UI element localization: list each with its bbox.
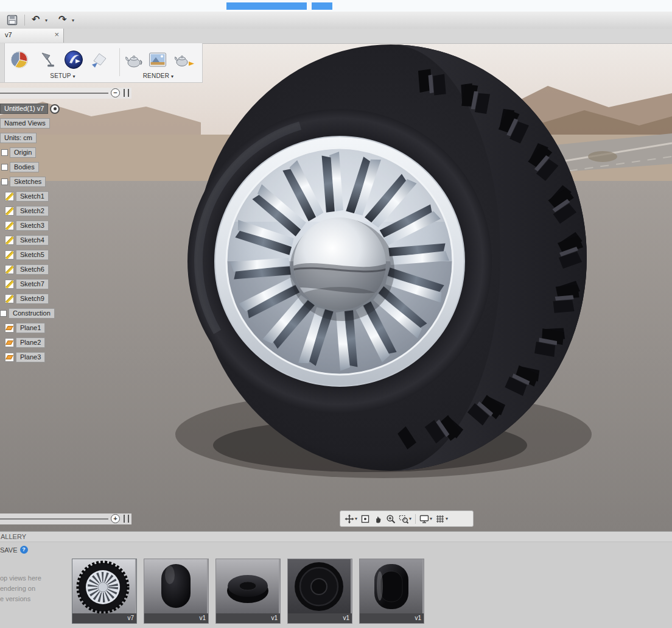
browser-row: Bodies: [0, 162, 97, 172]
look-at-button[interactable]: [359, 513, 371, 525]
slider-handle[interactable]: [124, 89, 129, 97]
browser-item-root[interactable]: Untitled(1) v7: [0, 104, 48, 114]
browser-row: Sketch1: [0, 191, 97, 202]
scene-settings-icon[interactable]: [38, 51, 56, 69]
zoom-window-caret[interactable]: ▾: [409, 517, 411, 521]
gallery-hint-text: op views here endering on e versions: [0, 573, 41, 604]
document-tab-bar: v7 ×: [0, 29, 672, 44]
browser-row: Units: cm: [0, 133, 97, 143]
in-canvas-render-icon[interactable]: [63, 49, 85, 71]
browser-row: Sketch3: [0, 221, 97, 231]
thumbnail-wheel-render: [72, 559, 135, 613]
pan-hand-icon: [373, 514, 383, 524]
timeline-opacity-slider[interactable]: +: [0, 513, 131, 524]
window-titlebar: [0, 0, 672, 12]
sketch-icon: [5, 236, 14, 245]
viewport-canvas[interactable]: [0, 43, 672, 531]
ribbon-edge: [0, 43, 5, 82]
help-icon[interactable]: ?: [20, 546, 28, 554]
browser-item-sketch4[interactable]: Sketch4: [16, 235, 49, 245]
document-tab-v7[interactable]: v7 ×: [0, 29, 64, 43]
visibility-checkbox[interactable]: [1, 164, 8, 171]
browser-row: Sketches: [0, 177, 97, 187]
browser-item-sketch2[interactable]: Sketch2: [16, 206, 49, 216]
undo-dropdown-caret[interactable]: ▾: [45, 18, 47, 23]
browser-row: Sketch5: [0, 250, 97, 260]
grid-settings-button[interactable]: ▾: [434, 513, 449, 525]
save-icon[interactable]: [7, 15, 18, 26]
browser-item-sketch6[interactable]: Sketch6: [16, 264, 49, 275]
browser-item-plane2[interactable]: Plane2: [16, 337, 45, 348]
visibility-checkbox[interactable]: [1, 149, 8, 156]
redo-button[interactable]: ↷: [58, 13, 66, 26]
quick-access-toolbar: ↶ ▾ ↷ ▾: [0, 12, 672, 29]
render-group-label[interactable]: RENDER ▾: [129, 72, 187, 79]
gallery-save-row: SAVE ?: [0, 546, 28, 554]
browser-item-sketch7[interactable]: Sketch7: [16, 279, 49, 289]
browser-opacity-slider[interactable]: −: [0, 88, 131, 99]
undo-button[interactable]: ↶: [32, 13, 40, 26]
setup-group-label[interactable]: SETUP ▾: [35, 72, 90, 79]
grid-settings-caret[interactable]: ▾: [446, 517, 448, 521]
tab-close-icon[interactable]: ×: [54, 30, 59, 39]
plane-icon: [5, 338, 14, 347]
slider-handle[interactable]: [124, 515, 129, 523]
grid-icon: [435, 514, 445, 524]
thumbnail-label-bar: v1: [288, 613, 352, 623]
zoom-icon: [386, 514, 396, 524]
pan-button[interactable]: [372, 513, 384, 525]
visibility-checkbox[interactable]: [1, 178, 8, 185]
display-settings-button[interactable]: ▾: [418, 513, 433, 525]
export-render-icon[interactable]: [174, 51, 195, 69]
browser-item-units[interactable]: Units: cm: [0, 133, 37, 143]
look-at-icon: [360, 514, 370, 524]
plus-circle-icon[interactable]: +: [111, 514, 120, 523]
browser-item-construction[interactable]: Construction: [9, 308, 55, 319]
zoom-window-button[interactable]: ▾: [397, 513, 413, 525]
browser-item-sketch1[interactable]: Sketch1: [16, 191, 49, 202]
gallery-header-label: ALLERY: [1, 533, 26, 540]
render-ribbon: SETUP ▾ RENDER ▾: [0, 43, 203, 83]
thumbnail-rounded-blob-render: [360, 559, 422, 613]
document-activate-radio[interactable]: [50, 104, 60, 114]
thumbnail-v1-c[interactable]: v1: [287, 559, 352, 624]
thumbnail-v1-d[interactable]: v1: [359, 559, 424, 624]
browser-row: Plane3: [0, 352, 97, 362]
browser-row: Sketch6: [0, 264, 97, 275]
browser-item-bodies[interactable]: Bodies: [10, 162, 39, 172]
browser-root-row: Untitled(1) v7: [0, 104, 97, 114]
display-settings-caret[interactable]: ▾: [430, 517, 432, 521]
orbit-button[interactable]: ▾: [343, 513, 359, 525]
thumbnail-label-bar: v7: [72, 613, 136, 623]
thumbnail-v7[interactable]: v7: [72, 559, 137, 624]
visibility-checkbox[interactable]: [0, 310, 7, 317]
browser-item-sketch3[interactable]: Sketch3: [16, 221, 49, 231]
browser-item-sketch9[interactable]: Sketch9: [16, 294, 49, 304]
render-icon[interactable]: [125, 51, 144, 69]
thumbnail-tire-top-render: [288, 559, 351, 613]
thumbnail-v1-b[interactable]: v1: [215, 559, 281, 624]
appearance-icon[interactable]: [10, 50, 29, 69]
browser-item-sketches[interactable]: Sketches: [10, 177, 46, 187]
orbit-caret[interactable]: ▾: [355, 517, 357, 521]
orbit-icon: [345, 514, 354, 524]
zoom-button[interactable]: [385, 513, 397, 525]
slider-track[interactable]: [0, 518, 108, 520]
browser-item-origin[interactable]: Origin: [10, 147, 36, 158]
minus-circle-icon[interactable]: −: [111, 88, 120, 97]
thumbnail-v1-a[interactable]: v1: [144, 559, 209, 624]
browser-item-named-views[interactable]: Named Views: [0, 118, 50, 129]
highlighted-text-fragment: [226, 2, 307, 10]
gallery-header: ALLERY: [0, 532, 672, 542]
sketch-icon: [5, 221, 14, 230]
slider-track[interactable]: [0, 93, 108, 94]
browser-item-plane3[interactable]: Plane3: [16, 352, 45, 362]
browser-row: Sketch4: [0, 235, 97, 245]
plane-icon: [5, 323, 14, 333]
redo-dropdown-caret[interactable]: ▾: [72, 18, 74, 23]
browser-row: Plane2: [0, 337, 97, 348]
capture-image-icon[interactable]: [90, 51, 108, 69]
render-gallery-icon[interactable]: [148, 51, 167, 69]
browser-item-sketch5[interactable]: Sketch5: [16, 250, 49, 260]
browser-item-plane1[interactable]: Plane1: [16, 323, 45, 333]
